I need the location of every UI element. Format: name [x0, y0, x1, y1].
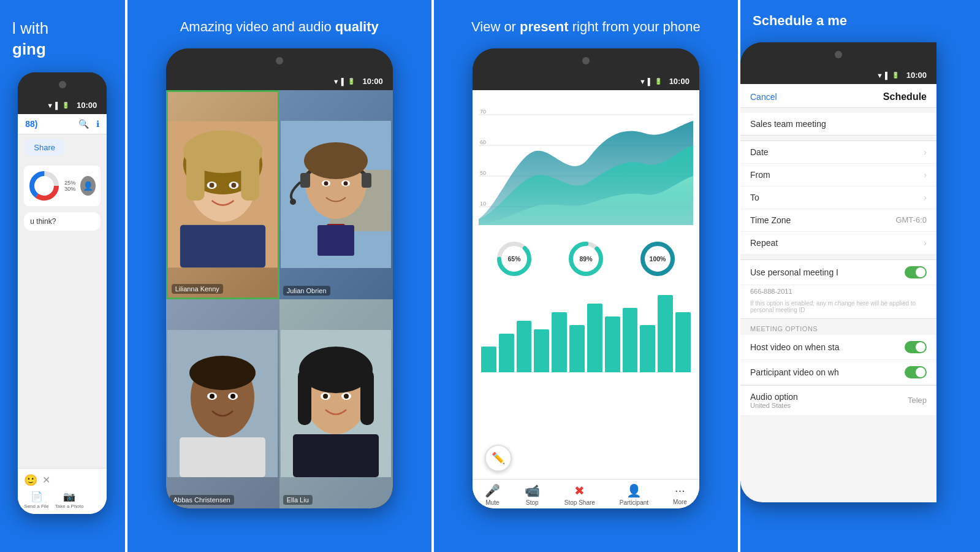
- schedule-title: Schedule: [883, 91, 927, 102]
- timezone-value: GMT-6:0: [895, 215, 927, 224]
- chat-message: u think?: [24, 212, 101, 231]
- chat-actions: 📄 Send a File 📷 Take a Photo: [24, 491, 101, 509]
- svg-text:89%: 89%: [579, 255, 593, 263]
- meeting-id-value: 666-888-2011: [750, 288, 792, 295]
- battery-icon-2: 🔋: [348, 78, 355, 85]
- svg-text:10: 10: [480, 201, 486, 207]
- svg-point-33: [230, 394, 235, 399]
- chat-input-row: 🙂 ✕: [24, 473, 101, 487]
- take-photo-btn[interactable]: 📷 Take a Photo: [55, 491, 84, 509]
- search-icon[interactable]: 🔍: [78, 119, 89, 129]
- timezone-label: Time Zone: [750, 215, 791, 225]
- stop-icon: 📹: [525, 483, 540, 498]
- participant-video-toggle[interactable]: [905, 366, 927, 378]
- nav-mute[interactable]: 🎤 Mute: [485, 483, 500, 506]
- wifi-icon-3: ▼: [639, 78, 646, 85]
- bar-8: [605, 316, 620, 372]
- to-row[interactable]: To ›: [740, 186, 936, 209]
- repeat-row[interactable]: Repeat ›: [740, 232, 936, 255]
- personal-meeting-desc: If this option is enabled, any m change …: [740, 300, 936, 318]
- audio-row[interactable]: Audio option United States Telep: [740, 385, 936, 416]
- donut-chart-2: 89%: [564, 237, 607, 280]
- status-icons-4: ▼ ▌ 🔋: [876, 72, 899, 79]
- panel-messaging: l with ging ▼ ▌ 🔋 10:00 88) 🔍 ℹ Share: [0, 0, 125, 552]
- svg-rect-39: [360, 370, 374, 425]
- chevron-right-icon-to: ›: [924, 193, 927, 202]
- audio-value: United States: [750, 402, 798, 409]
- host-video-row[interactable]: Host video on when sta: [740, 335, 936, 360]
- audio-left: Audio option United States: [750, 392, 798, 409]
- edit-button[interactable]: ✏️: [485, 445, 512, 472]
- camera-2: [276, 57, 283, 64]
- video-cell-2: Julian Obrien: [279, 90, 393, 299]
- from-row[interactable]: From ›: [740, 164, 936, 186]
- panel1-heading: l with ging: [6, 18, 55, 72]
- phone-top-4: [740, 42, 936, 67]
- bar-5: [552, 312, 567, 372]
- host-video-toggle[interactable]: [905, 341, 927, 353]
- bar-1: [481, 347, 496, 372]
- chat-bottom-bar: 🙂 ✕ 📄 Send a File 📷 Take a Photo: [18, 468, 107, 514]
- svg-rect-38: [298, 370, 311, 425]
- participant-name-3: Abbas Christensen: [170, 495, 234, 505]
- personal-meeting-toggle[interactable]: [905, 266, 927, 278]
- to-label: To: [750, 193, 759, 202]
- svg-text:60: 60: [480, 139, 486, 145]
- bar-2: [499, 334, 514, 372]
- host-video-label: Host video on when sta: [750, 342, 840, 352]
- status-bar-3: ▼ ▌ 🔋 10:00: [473, 73, 699, 90]
- chat-icons: 🔍 ℹ: [78, 119, 99, 129]
- face-1: [168, 92, 278, 297]
- participant-video-row[interactable]: Participant video on wh: [740, 360, 936, 385]
- send-file-btn[interactable]: 📄 Send a File: [24, 491, 48, 509]
- personal-meeting-block: Use personal meeting I 666-888-2011 If t…: [740, 259, 936, 319]
- phone-frame-2: ▼ ▌ 🔋 10:00: [166, 48, 393, 508]
- wave-chart: 70 60 50 10: [479, 96, 693, 231]
- participant-name-4: Ella Liu: [283, 495, 313, 505]
- svg-point-11: [209, 183, 214, 188]
- status-icons-1: ▼ ▌ 🔋: [47, 102, 69, 109]
- svg-rect-34: [180, 437, 265, 477]
- info-icon[interactable]: ℹ: [96, 119, 99, 129]
- chat-header: 88) 🔍 ℹ: [18, 114, 107, 134]
- date-label: Date: [750, 147, 769, 157]
- panel4-heading-text: Schedule a me: [753, 13, 847, 28]
- share-button[interactable]: Share: [24, 139, 65, 156]
- nav-participant[interactable]: 👤 Participant: [620, 483, 648, 506]
- stop-share-icon: ✖: [574, 483, 585, 498]
- close-icon[interactable]: ✕: [42, 474, 50, 486]
- phone-frame-1: ▼ ▌ 🔋 10:00 88) 🔍 ℹ Share: [18, 72, 107, 514]
- svg-rect-7: [186, 151, 205, 201]
- nav-more[interactable]: ··· More: [673, 483, 687, 505]
- cancel-button[interactable]: Cancel: [750, 92, 777, 102]
- camera-1: [59, 81, 66, 88]
- pie-chart: [29, 171, 59, 201]
- nav-stop[interactable]: 📹 Stop: [525, 483, 540, 506]
- personal-meeting-row[interactable]: Use personal meeting I: [740, 260, 936, 285]
- face-2: [279, 90, 393, 299]
- bar-9: [623, 308, 638, 372]
- phone-frame-3: ▼ ▌ 🔋 10:00: [473, 48, 699, 508]
- more-icon: ···: [675, 483, 685, 497]
- participant-video-label: Participant video on wh: [750, 367, 839, 377]
- svg-text:65%: 65%: [508, 255, 522, 263]
- bar-12: [675, 312, 691, 372]
- emoji-icon[interactable]: 🙂: [24, 473, 37, 487]
- date-row[interactable]: Date ›: [740, 140, 936, 164]
- donut-3: 100%: [636, 237, 679, 280]
- phone-frame-4: ▼ ▌ 🔋 10:00 Cancel Schedule Sales team m…: [740, 42, 936, 502]
- panel-present: View or present right from your phone ▼ …: [434, 0, 738, 552]
- timezone-row[interactable]: Time Zone GMT-6:0: [740, 209, 936, 232]
- chart-legend: 25% 30%: [64, 180, 75, 192]
- nav-stop-share[interactable]: ✖ Stop Share: [564, 483, 595, 506]
- camera-3: [582, 57, 590, 64]
- phone-content-2: Lilianna Kenny: [166, 90, 393, 508]
- user-avatar-chat: 👤: [80, 176, 96, 196]
- video-cell-1: Lilianna Kenny: [166, 90, 279, 299]
- svg-rect-26: [317, 225, 354, 256]
- panel3-heading-bold: present: [520, 19, 568, 34]
- video-cell-3: Abbas Christensen: [166, 299, 279, 508]
- meeting-name-input[interactable]: Sales team meeting: [740, 108, 936, 136]
- schedule-header: Cancel Schedule: [740, 84, 936, 108]
- phone-top-2: [166, 48, 393, 73]
